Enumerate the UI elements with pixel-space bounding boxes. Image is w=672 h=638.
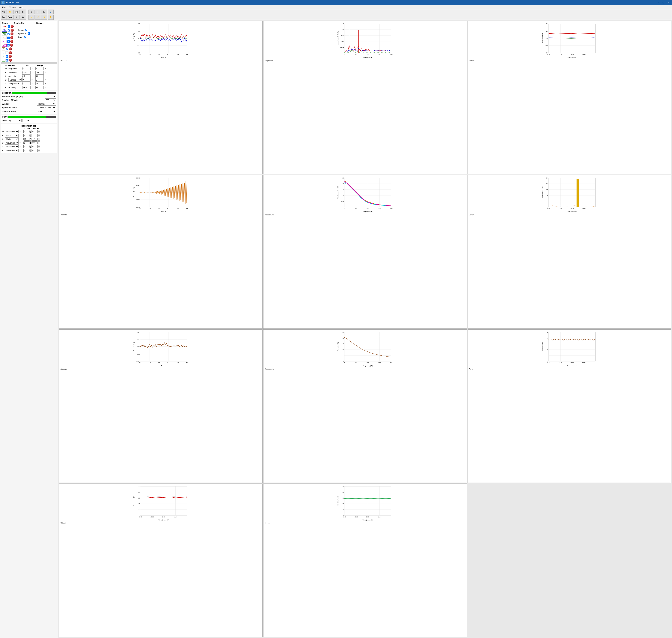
network-button[interactable]: ⊞ xyxy=(20,10,26,14)
cm-v-upper[interactable] xyxy=(32,134,38,137)
cm-m-upper[interactable] xyxy=(32,130,38,133)
unit-u[interactable] xyxy=(22,78,31,82)
cm-u-upper[interactable] xyxy=(32,141,38,144)
close-button[interactable]: ✕ xyxy=(666,1,671,4)
cm-a-lower[interactable] xyxy=(23,138,29,140)
cm-u-lower[interactable] xyxy=(23,141,29,144)
cm-t-lower[interactable] xyxy=(23,145,29,148)
headphone-button[interactable]: 🎧 xyxy=(41,10,47,14)
checkbox-mx[interactable] xyxy=(8,25,10,28)
cm-a-upper-down[interactable]: ▼ xyxy=(38,139,40,140)
cm-a-lower-up[interactable]: ▲ xyxy=(29,138,32,139)
cm-u-lower-up[interactable]: ▲ xyxy=(29,141,32,143)
range-u[interactable] xyxy=(35,78,44,82)
hand-button[interactable]: ✋ xyxy=(48,15,54,20)
cm-t-mode[interactable]: Waveform xyxy=(5,145,19,148)
select3-button[interactable]: ⚡ xyxy=(41,15,47,20)
cm-h-upper-down[interactable]: ▼ xyxy=(38,150,40,152)
cm-t-upper-up[interactable]: ▲ xyxy=(38,145,40,147)
checkbox-vz[interactable] xyxy=(7,44,10,47)
minimize-button[interactable]: ─ xyxy=(656,1,661,4)
num-points-select[interactable]: 500 xyxy=(45,98,56,102)
cm-u-upper-up[interactable]: ▲ xyxy=(38,141,40,143)
signal-mx[interactable]: MX xyxy=(2,25,7,28)
unit-t[interactable] xyxy=(22,82,31,85)
cm-h-lower-up[interactable]: ▲ xyxy=(29,149,32,150)
cm-m-lower-up[interactable]: ▲ xyxy=(29,130,32,132)
cm-h-lower[interactable] xyxy=(23,149,29,152)
cm-a-mode[interactable]: RMS xyxy=(5,137,19,141)
cm-v-lower-up[interactable]: ▲ xyxy=(29,134,32,135)
signal-h[interactable]: H xyxy=(2,59,5,62)
cm-h-upper[interactable] xyxy=(32,149,38,152)
cm-v-mode[interactable]: RMS xyxy=(5,134,19,137)
window-select[interactable]: Hanning xyxy=(37,102,56,105)
cm-t-lower-up[interactable]: ▲ xyxy=(29,145,32,147)
range-t[interactable] xyxy=(35,82,44,85)
select1-button[interactable]: ⚡ xyxy=(29,15,34,20)
checkbox-h[interactable] xyxy=(6,59,8,62)
cal-button[interactable]: Cal xyxy=(1,10,7,14)
timestep-unit-select[interactable]: s xyxy=(22,119,30,122)
checkbox-t[interactable] xyxy=(6,55,8,58)
cm-h-mode[interactable]: Waveform xyxy=(5,149,19,152)
signal-vz[interactable]: VZ xyxy=(2,44,6,47)
checkbox-vy[interactable] xyxy=(7,40,10,43)
checkbox-spectrum[interactable] xyxy=(28,32,30,35)
signal-my[interactable]: MY xyxy=(2,29,7,32)
checkbox-mz[interactable] xyxy=(7,33,10,35)
arrow-down-button[interactable]: ↕ xyxy=(35,10,41,14)
cm-a-lower-down[interactable]: ▼ xyxy=(29,139,32,140)
log-button[interactable]: Log xyxy=(1,15,7,20)
checkbox-scope[interactable] xyxy=(25,29,27,31)
open-button[interactable]: 📁 xyxy=(7,10,13,14)
signal-vy[interactable]: VY xyxy=(2,40,7,43)
unit-h[interactable] xyxy=(22,86,31,89)
cm-u-lower-down[interactable]: ▼ xyxy=(29,143,32,144)
unit-v[interactable] xyxy=(22,71,31,74)
timestep-value-select[interactable]: 1 xyxy=(12,119,21,122)
checkbox-u[interactable] xyxy=(6,52,8,54)
signal-u[interactable]: U xyxy=(2,51,5,54)
arrow-up-button[interactable]: ↕ xyxy=(29,10,34,14)
save-button[interactable]: 💾 xyxy=(14,10,19,14)
unit-m[interactable] xyxy=(22,67,31,70)
checkbox-my[interactable] xyxy=(8,29,10,32)
camera-button[interactable]: 📷 xyxy=(20,15,26,20)
cm-v-upper-down[interactable]: ▼ xyxy=(38,135,40,137)
cm-v-lower-down[interactable]: ▼ xyxy=(29,135,32,137)
signal-t[interactable]: T xyxy=(2,55,5,58)
cm-t-upper-down[interactable]: ▼ xyxy=(38,147,40,148)
range-h[interactable] xyxy=(35,86,44,89)
spec-button[interactable]: Spec xyxy=(7,15,13,20)
cm-t-lower-down[interactable]: ▼ xyxy=(29,147,32,148)
cm-m-upper-up[interactable]: ▲ xyxy=(38,130,40,132)
signal-a[interactable]: A xyxy=(2,47,5,50)
menu-file[interactable]: File xyxy=(1,6,7,9)
cm-m-lower-down[interactable]: ▼ xyxy=(29,132,32,133)
cm-h-lower-down[interactable]: ▼ xyxy=(29,150,32,152)
combine-select[interactable]: Peak xyxy=(37,110,56,113)
unit-a[interactable] xyxy=(22,74,31,78)
range-v[interactable] xyxy=(35,71,44,74)
help-button[interactable]: ? xyxy=(48,10,54,14)
checkbox-vx[interactable] xyxy=(7,36,10,39)
cm-a-upper-up[interactable]: ▲ xyxy=(38,138,40,139)
menu-window[interactable]: Window xyxy=(7,6,17,9)
sensor-u-select[interactable]: Voltage xyxy=(8,78,21,82)
menu-help[interactable]: Help xyxy=(17,6,25,9)
mail-button[interactable]: ✉ xyxy=(14,15,19,20)
cm-u-upper-down[interactable]: ▼ xyxy=(38,143,40,144)
spec-mode-select[interactable]: Spectrum RMS xyxy=(37,106,56,109)
range-a[interactable] xyxy=(35,74,44,78)
checkbox-chart[interactable] xyxy=(24,36,26,38)
cm-v-lower[interactable] xyxy=(23,134,29,137)
cm-m-upper-down[interactable]: ▼ xyxy=(38,132,40,133)
cm-u-mode[interactable]: Waveform xyxy=(5,141,19,145)
signal-mz[interactable]: MZ xyxy=(2,32,7,35)
select2-button[interactable]: ⚡ xyxy=(35,15,41,20)
cm-h-upper-up[interactable]: ▲ xyxy=(38,149,40,150)
checkbox-a[interactable] xyxy=(6,48,8,50)
range-m[interactable] xyxy=(35,67,44,70)
cm-m-mode[interactable]: Waveform xyxy=(5,130,19,133)
